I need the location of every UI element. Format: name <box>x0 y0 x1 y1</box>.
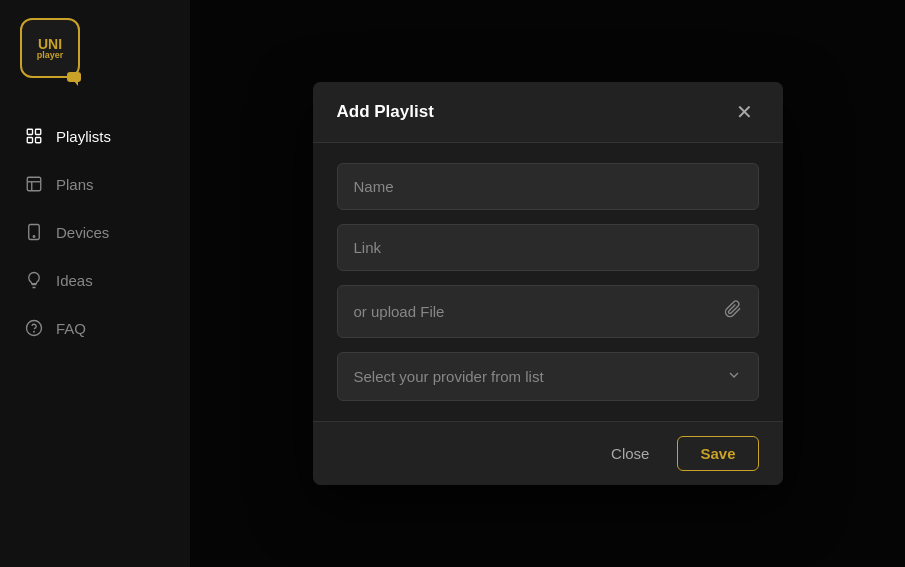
sidebar-item-playlists-label: Playlists <box>56 128 111 145</box>
sidebar-item-devices[interactable]: Devices <box>0 208 190 256</box>
modal-header: Add Playlist ✕ <box>313 82 783 143</box>
link-input[interactable] <box>337 224 759 271</box>
svg-point-8 <box>33 236 35 238</box>
name-input[interactable] <box>337 163 759 210</box>
sidebar-item-plans-label: Plans <box>56 176 94 193</box>
provider-dropdown-label: Select your provider from list <box>354 368 544 385</box>
logo-area: UNI player <box>0 0 190 102</box>
sidebar: UNI player Playlists <box>0 0 190 567</box>
app-logo: UNI player <box>20 18 80 78</box>
sidebar-item-ideas-label: Ideas <box>56 272 93 289</box>
sidebar-item-ideas[interactable]: Ideas <box>0 256 190 304</box>
chevron-down-icon <box>726 367 742 386</box>
plans-icon <box>24 174 44 194</box>
close-button[interactable]: Close <box>595 437 665 470</box>
save-button[interactable]: Save <box>677 436 758 471</box>
upload-file-label: or upload File <box>354 303 445 320</box>
upload-file-field[interactable]: or upload File <box>337 285 759 338</box>
sidebar-item-playlists[interactable]: Playlists <box>0 112 190 160</box>
svg-rect-2 <box>27 138 32 143</box>
svg-rect-3 <box>36 138 41 143</box>
modal-close-button[interactable]: ✕ <box>730 100 759 124</box>
svg-rect-1 <box>36 129 41 134</box>
faq-icon <box>24 318 44 338</box>
svg-rect-0 <box>27 129 32 134</box>
svg-point-9 <box>27 321 42 336</box>
svg-rect-4 <box>27 177 41 191</box>
nav-menu: Playlists Plans Devices <box>0 102 190 362</box>
sidebar-item-faq-label: FAQ <box>56 320 86 337</box>
modal-overlay: Add Playlist ✕ or upload File Select you… <box>190 0 905 567</box>
modal-title: Add Playlist <box>337 102 434 122</box>
modal-footer: Close Save <box>313 421 783 485</box>
add-playlist-modal: Add Playlist ✕ or upload File Select you… <box>313 82 783 485</box>
main-content: Add Playlist ✕ or upload File Select you… <box>190 0 905 567</box>
logo-text-uni: UNI <box>38 37 62 51</box>
logo-bubble-icon <box>67 72 81 82</box>
logo-text-player: player <box>37 51 64 60</box>
sidebar-item-faq[interactable]: FAQ <box>0 304 190 352</box>
sidebar-item-plans[interactable]: Plans <box>0 160 190 208</box>
ideas-icon <box>24 270 44 290</box>
devices-icon <box>24 222 44 242</box>
sidebar-item-devices-label: Devices <box>56 224 109 241</box>
modal-body: or upload File Select your provider from… <box>313 143 783 421</box>
paperclip-icon <box>724 300 742 323</box>
playlists-icon <box>24 126 44 146</box>
provider-dropdown[interactable]: Select your provider from list <box>337 352 759 401</box>
